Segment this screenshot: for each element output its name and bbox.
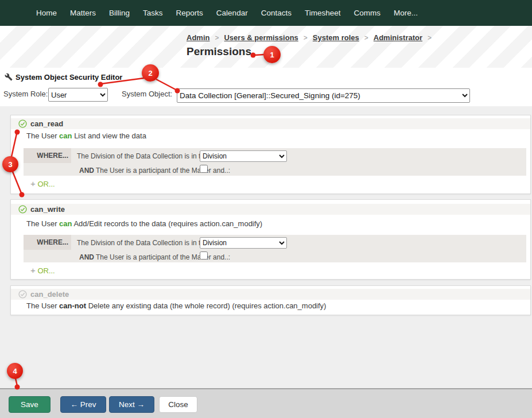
system-object-select[interactable]: Data Collection [General]::Secured_Signi… bbox=[177, 88, 470, 103]
participant-checkbox[interactable] bbox=[200, 165, 208, 173]
close-button[interactable]: Close bbox=[159, 396, 197, 413]
system-role-label: System Role: bbox=[3, 90, 48, 98]
next-button[interactable]: Next → bbox=[109, 396, 154, 413]
can-write-where-block: WHERE... The Division of the Data Collec… bbox=[24, 235, 526, 262]
footer-bar: Save ← Prev Next → Close bbox=[0, 388, 532, 418]
description-verb: can bbox=[59, 219, 72, 228]
system-object-label: System Object: bbox=[122, 90, 172, 98]
description-rest: Add/Edit records to the data (requires a… bbox=[73, 219, 262, 228]
description-verb: can-not bbox=[59, 301, 86, 310]
system-role-select[interactable]: User bbox=[48, 88, 108, 102]
description-prefix: The User bbox=[26, 219, 57, 228]
description-rest: List and view the data bbox=[74, 131, 146, 140]
editor-header: System Object Security Editor System Rol… bbox=[0, 68, 532, 106]
or-label: OR... bbox=[37, 180, 55, 188]
nav-item-comms[interactable]: Comms bbox=[354, 9, 380, 17]
add-or-link[interactable]: + OR... bbox=[30, 179, 55, 188]
condition-participant-label: The User is a participant of the Matter … bbox=[96, 253, 230, 261]
division-select[interactable]: Division bbox=[200, 150, 287, 162]
nav-item-calendar[interactable]: Calendar bbox=[216, 9, 248, 17]
description-prefix: The User bbox=[26, 131, 57, 140]
breadcrumb-band: Admin > Users & permissions > System rol… bbox=[0, 26, 532, 68]
breadcrumb-admin[interactable]: Admin bbox=[187, 33, 209, 42]
condition-participant-label: The User is a participant of the Matter … bbox=[96, 167, 230, 175]
can-read-where-block: WHERE... The Division of the Data Collec… bbox=[24, 148, 526, 176]
or-label: OR... bbox=[37, 266, 55, 275]
check-circle-icon bbox=[18, 205, 27, 214]
where-label: WHERE... bbox=[24, 235, 71, 250]
plus-icon: + bbox=[30, 265, 36, 275]
and-label: AND bbox=[79, 167, 94, 175]
breadcrumb-separator: > bbox=[304, 34, 308, 42]
can-read-header: can_read bbox=[11, 118, 530, 129]
breadcrumb-separator: > bbox=[428, 34, 432, 42]
description-verb: can bbox=[59, 131, 72, 140]
where-label: WHERE... bbox=[24, 148, 71, 163]
nav-item-reports[interactable]: Reports bbox=[176, 9, 203, 17]
can-delete-section: can_delete The User can-not Delete any e… bbox=[10, 285, 531, 315]
can-read-section: can_read The User can List and view the … bbox=[10, 115, 531, 194]
can-delete-description: The User can-not Delete any existing dat… bbox=[26, 301, 326, 310]
can-read-title: can_read bbox=[30, 119, 63, 128]
breadcrumb: Admin > Users & permissions > System rol… bbox=[187, 33, 432, 42]
check-circle-icon-disabled bbox=[18, 290, 27, 299]
nav-item-timesheet[interactable]: Timesheet bbox=[305, 9, 341, 17]
can-write-header: can_write bbox=[11, 204, 530, 215]
and-label: AND bbox=[79, 253, 94, 261]
editor-title: System Object Security Editor bbox=[15, 73, 122, 82]
save-button[interactable]: Save bbox=[9, 396, 51, 413]
breadcrumb-separator: > bbox=[215, 34, 219, 42]
prev-button[interactable]: ← Prev bbox=[60, 396, 106, 413]
description-rest: Delete any existing data (the whole reco… bbox=[88, 301, 327, 310]
can-write-title: can_write bbox=[30, 205, 65, 214]
can-read-description: The User can List and view the data bbox=[26, 131, 146, 140]
plus-icon: + bbox=[30, 179, 36, 188]
add-or-link[interactable]: + OR... bbox=[30, 265, 55, 275]
check-circle-icon bbox=[18, 119, 27, 128]
top-nav: Home Matters Billing Tasks Reports Calen… bbox=[0, 0, 532, 26]
page: Home Matters Billing Tasks Reports Calen… bbox=[0, 0, 532, 418]
nav-item-matters[interactable]: Matters bbox=[70, 9, 96, 17]
can-write-description: The User can Add/Edit records to the dat… bbox=[26, 219, 262, 228]
description-prefix: The User bbox=[26, 301, 57, 310]
can-delete-title: can_delete bbox=[30, 290, 69, 299]
page-title: Permissions bbox=[187, 45, 251, 58]
nav-item-tasks[interactable]: Tasks bbox=[143, 9, 163, 17]
division-select[interactable]: Division bbox=[200, 237, 287, 249]
can-write-section: can_write The User can Add/Edit records … bbox=[10, 199, 531, 280]
wrench-icon bbox=[5, 73, 13, 81]
breadcrumb-separator: > bbox=[364, 34, 368, 42]
breadcrumb-users-permissions[interactable]: Users & permissions bbox=[224, 33, 298, 42]
breadcrumb-system-roles[interactable]: System roles bbox=[313, 33, 359, 42]
breadcrumb-administrator[interactable]: Administrator bbox=[374, 33, 422, 42]
nav-item-contacts[interactable]: Contacts bbox=[261, 9, 292, 17]
nav-item-billing[interactable]: Billing bbox=[109, 9, 130, 17]
nav-item-home[interactable]: Home bbox=[36, 9, 57, 17]
can-delete-header: can_delete bbox=[11, 289, 530, 300]
nav-item-more[interactable]: More... bbox=[394, 9, 418, 17]
participant-checkbox[interactable] bbox=[200, 251, 208, 260]
